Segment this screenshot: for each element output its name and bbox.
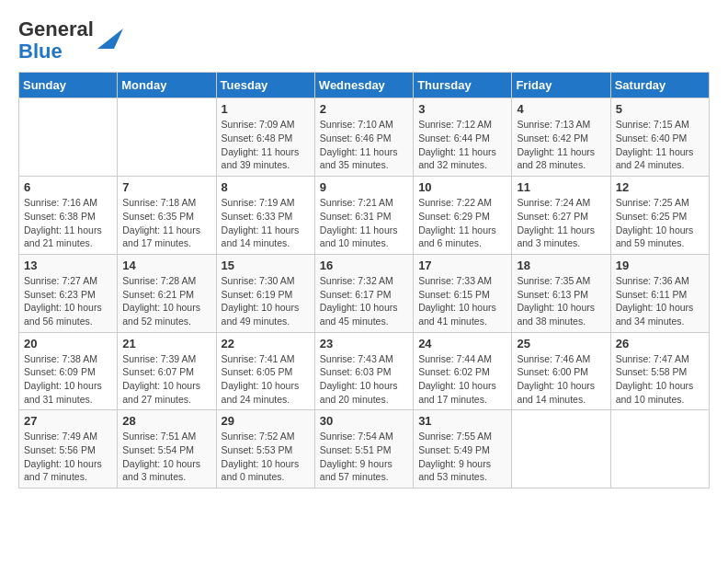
week-row-1: 6Sunrise: 7:16 AM Sunset: 6:38 PM Daylig… bbox=[19, 177, 710, 255]
calendar-cell: 30Sunrise: 7:54 AM Sunset: 5:51 PM Dayli… bbox=[314, 410, 413, 488]
page-header: General Blue bbox=[18, 18, 710, 63]
day-info: Sunrise: 7:32 AM Sunset: 6:17 PM Dayligh… bbox=[320, 274, 408, 328]
day-info: Sunrise: 7:12 AM Sunset: 6:44 PM Dayligh… bbox=[418, 118, 506, 172]
day-number: 2 bbox=[320, 102, 408, 116]
logo-blue: Blue bbox=[18, 40, 94, 63]
day-number: 29 bbox=[222, 414, 310, 428]
day-number: 17 bbox=[418, 259, 506, 272]
day-info: Sunrise: 7:22 AM Sunset: 6:29 PM Dayligh… bbox=[418, 196, 506, 250]
day-info: Sunrise: 7:15 AM Sunset: 6:40 PM Dayligh… bbox=[616, 118, 704, 172]
calendar-cell: 11Sunrise: 7:24 AM Sunset: 6:27 PM Dayli… bbox=[512, 177, 610, 255]
day-info: Sunrise: 7:21 AM Sunset: 6:31 PM Dayligh… bbox=[320, 196, 408, 250]
calendar-cell: 31Sunrise: 7:55 AM Sunset: 5:49 PM Dayli… bbox=[414, 410, 512, 488]
calendar-cell: 28Sunrise: 7:51 AM Sunset: 5:54 PM Dayli… bbox=[118, 410, 216, 488]
calendar-cell: 15Sunrise: 7:30 AM Sunset: 6:19 PM Dayli… bbox=[216, 254, 314, 332]
svg-marker-0 bbox=[97, 29, 123, 49]
day-info: Sunrise: 7:16 AM Sunset: 6:38 PM Dayligh… bbox=[24, 196, 112, 250]
logo: General Blue bbox=[18, 18, 123, 63]
day-info: Sunrise: 7:44 AM Sunset: 6:02 PM Dayligh… bbox=[418, 352, 506, 407]
calendar-cell: 25Sunrise: 7:46 AM Sunset: 6:00 PM Dayli… bbox=[512, 332, 610, 410]
day-number: 11 bbox=[517, 180, 605, 194]
calendar-cell: 17Sunrise: 7:33 AM Sunset: 6:15 PM Dayli… bbox=[414, 254, 512, 332]
day-number: 15 bbox=[222, 259, 310, 272]
header-thursday: Thursday bbox=[414, 73, 512, 98]
day-number: 12 bbox=[616, 180, 704, 194]
day-info: Sunrise: 7:10 AM Sunset: 6:46 PM Dayligh… bbox=[320, 118, 408, 172]
day-number: 6 bbox=[24, 180, 112, 194]
calendar-cell bbox=[512, 410, 610, 488]
calendar-cell: 14Sunrise: 7:28 AM Sunset: 6:21 PM Dayli… bbox=[118, 254, 216, 332]
calendar-cell: 20Sunrise: 7:38 AM Sunset: 6:09 PM Dayli… bbox=[19, 332, 118, 410]
calendar-header: SundayMondayTuesdayWednesdayThursdayFrid… bbox=[19, 73, 710, 98]
calendar-cell: 29Sunrise: 7:52 AM Sunset: 5:53 PM Dayli… bbox=[216, 410, 314, 488]
week-row-0: 1Sunrise: 7:09 AM Sunset: 6:48 PM Daylig… bbox=[19, 98, 710, 177]
calendar-cell: 8Sunrise: 7:19 AM Sunset: 6:33 PM Daylig… bbox=[216, 177, 314, 255]
day-info: Sunrise: 7:13 AM Sunset: 6:42 PM Dayligh… bbox=[517, 118, 605, 172]
day-number: 5 bbox=[616, 102, 704, 116]
day-info: Sunrise: 7:27 AM Sunset: 6:23 PM Dayligh… bbox=[24, 274, 112, 328]
day-number: 28 bbox=[122, 414, 210, 428]
calendar-cell: 4Sunrise: 7:13 AM Sunset: 6:42 PM Daylig… bbox=[512, 98, 610, 177]
day-info: Sunrise: 7:24 AM Sunset: 6:27 PM Dayligh… bbox=[517, 196, 605, 250]
calendar-table: SundayMondayTuesdayWednesdayThursdayFrid… bbox=[18, 72, 710, 488]
calendar-cell: 7Sunrise: 7:18 AM Sunset: 6:35 PM Daylig… bbox=[118, 177, 216, 255]
calendar-cell: 5Sunrise: 7:15 AM Sunset: 6:40 PM Daylig… bbox=[610, 98, 709, 177]
day-number: 19 bbox=[616, 259, 704, 272]
day-info: Sunrise: 7:52 AM Sunset: 5:53 PM Dayligh… bbox=[222, 430, 310, 484]
day-number: 13 bbox=[24, 259, 112, 272]
day-number: 31 bbox=[418, 414, 506, 428]
day-number: 24 bbox=[418, 337, 506, 350]
header-saturday: Saturday bbox=[610, 73, 709, 98]
day-number: 27 bbox=[24, 414, 112, 428]
calendar-cell: 10Sunrise: 7:22 AM Sunset: 6:29 PM Dayli… bbox=[414, 177, 512, 255]
day-info: Sunrise: 7:09 AM Sunset: 6:48 PM Dayligh… bbox=[222, 118, 310, 172]
day-info: Sunrise: 7:25 AM Sunset: 6:25 PM Dayligh… bbox=[616, 196, 704, 250]
day-number: 23 bbox=[320, 337, 408, 350]
day-number: 10 bbox=[418, 180, 506, 194]
calendar-cell: 12Sunrise: 7:25 AM Sunset: 6:25 PM Dayli… bbox=[610, 177, 709, 255]
header-friday: Friday bbox=[512, 73, 610, 98]
day-info: Sunrise: 7:54 AM Sunset: 5:51 PM Dayligh… bbox=[320, 430, 408, 484]
header-wednesday: Wednesday bbox=[314, 73, 413, 98]
calendar-cell: 19Sunrise: 7:36 AM Sunset: 6:11 PM Dayli… bbox=[610, 254, 709, 332]
day-number: 20 bbox=[24, 337, 112, 350]
day-info: Sunrise: 7:36 AM Sunset: 6:11 PM Dayligh… bbox=[616, 274, 704, 328]
day-number: 4 bbox=[517, 102, 605, 116]
header-sunday: Sunday bbox=[19, 73, 118, 98]
calendar-cell bbox=[19, 98, 118, 177]
calendar-cell: 27Sunrise: 7:49 AM Sunset: 5:56 PM Dayli… bbox=[19, 410, 118, 488]
day-info: Sunrise: 7:19 AM Sunset: 6:33 PM Dayligh… bbox=[222, 196, 310, 250]
day-info: Sunrise: 7:30 AM Sunset: 6:19 PM Dayligh… bbox=[222, 274, 310, 328]
calendar-cell: 3Sunrise: 7:12 AM Sunset: 6:44 PM Daylig… bbox=[414, 98, 512, 177]
day-number: 30 bbox=[320, 414, 408, 428]
week-row-2: 13Sunrise: 7:27 AM Sunset: 6:23 PM Dayli… bbox=[19, 254, 710, 332]
day-number: 9 bbox=[320, 180, 408, 194]
header-row: SundayMondayTuesdayWednesdayThursdayFrid… bbox=[19, 73, 710, 98]
calendar-cell: 6Sunrise: 7:16 AM Sunset: 6:38 PM Daylig… bbox=[19, 177, 118, 255]
calendar-cell: 26Sunrise: 7:47 AM Sunset: 5:58 PM Dayli… bbox=[610, 332, 709, 410]
day-info: Sunrise: 7:41 AM Sunset: 6:05 PM Dayligh… bbox=[222, 352, 310, 407]
day-info: Sunrise: 7:46 AM Sunset: 6:00 PM Dayligh… bbox=[517, 352, 605, 407]
day-number: 3 bbox=[418, 102, 506, 116]
header-monday: Monday bbox=[118, 73, 216, 98]
day-info: Sunrise: 7:47 AM Sunset: 5:58 PM Dayligh… bbox=[616, 352, 704, 407]
day-info: Sunrise: 7:35 AM Sunset: 6:13 PM Dayligh… bbox=[517, 274, 605, 328]
day-number: 22 bbox=[222, 337, 310, 350]
day-number: 1 bbox=[222, 102, 310, 116]
day-info: Sunrise: 7:51 AM Sunset: 5:54 PM Dayligh… bbox=[122, 430, 210, 484]
calendar-cell: 2Sunrise: 7:10 AM Sunset: 6:46 PM Daylig… bbox=[314, 98, 413, 177]
calendar-body: 1Sunrise: 7:09 AM Sunset: 6:48 PM Daylig… bbox=[19, 98, 710, 488]
day-number: 16 bbox=[320, 259, 408, 272]
day-info: Sunrise: 7:38 AM Sunset: 6:09 PM Dayligh… bbox=[24, 352, 112, 407]
day-number: 8 bbox=[222, 180, 310, 194]
week-row-3: 20Sunrise: 7:38 AM Sunset: 6:09 PM Dayli… bbox=[19, 332, 710, 410]
day-info: Sunrise: 7:55 AM Sunset: 5:49 PM Dayligh… bbox=[418, 430, 506, 484]
calendar-cell: 22Sunrise: 7:41 AM Sunset: 6:05 PM Dayli… bbox=[216, 332, 314, 410]
day-number: 21 bbox=[122, 337, 210, 350]
day-info: Sunrise: 7:43 AM Sunset: 6:03 PM Dayligh… bbox=[320, 352, 408, 407]
header-tuesday: Tuesday bbox=[216, 73, 314, 98]
day-number: 25 bbox=[517, 337, 605, 350]
calendar-cell: 1Sunrise: 7:09 AM Sunset: 6:48 PM Daylig… bbox=[216, 98, 314, 177]
calendar-cell: 21Sunrise: 7:39 AM Sunset: 6:07 PM Dayli… bbox=[118, 332, 216, 410]
logo-arrow-icon bbox=[97, 19, 123, 49]
